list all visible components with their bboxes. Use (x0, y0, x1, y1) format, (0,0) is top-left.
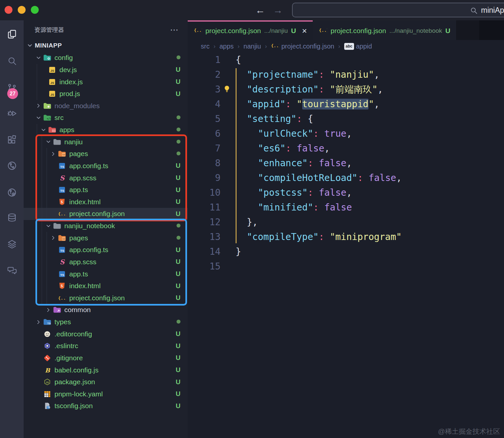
tree-item-src[interactable]: </>src (24, 112, 188, 124)
tree-item-.gitignore[interactable]: .gitignoreU (24, 352, 188, 364)
folder-node-icon (43, 102, 52, 110)
git-untracked-badge: U (176, 198, 180, 206)
tab-detail: .../nanjiu_notebook (389, 27, 442, 34)
tree-item-label: app.scss (69, 174, 176, 182)
breadcrumb-label: nanjiu (243, 43, 261, 50)
git-untracked-badge: U (176, 186, 180, 194)
tree-item-app.ts[interactable]: TSapp.tsU (24, 184, 188, 196)
activity-explorer-button[interactable] (0, 24, 24, 44)
activity-source-control-button[interactable]: 27 (0, 78, 24, 97)
tree-item-.editorconfig[interactable]: .editorconfigU (24, 328, 188, 340)
tree-item-index.html[interactable]: 5index.htmlU (24, 196, 188, 208)
git-modified-dot (177, 151, 180, 157)
watermark: @稀土掘金技术社区 (438, 427, 500, 436)
line-number: 12 (188, 217, 220, 228)
close-tab-icon[interactable]: × (302, 26, 307, 36)
activity-gitlens-inspect-button[interactable] (0, 183, 24, 202)
maximize-window-button[interactable] (31, 6, 39, 14)
tree-item-app.config.ts[interactable]: TSapp.config.tsU (24, 160, 188, 172)
vscode-window: ← → miniAp 27 资源管理器 ⋯ MINIAPP configJSde… (0, 0, 504, 438)
svg-text:5: 5 (61, 284, 63, 288)
activity-gitlens-button[interactable] (0, 156, 24, 175)
activity-comments-button[interactable] (0, 260, 24, 280)
breadcrumb-item-src[interactable]: src (201, 43, 210, 50)
tree-item-types[interactable]: TStypes (24, 316, 188, 328)
tree-item-config[interactable]: config (24, 52, 188, 64)
activity-database-button[interactable] (0, 208, 24, 227)
forward-arrow-icon[interactable]: → (273, 4, 283, 16)
gitlens-inspect-icon (7, 188, 17, 198)
breadcrumb-item-appid[interactable]: abcappid (344, 43, 372, 50)
breadcrumb-item-nanjiu[interactable]: nanjiu (243, 43, 261, 50)
chevron-down-icon (41, 127, 46, 133)
tree-item-nanjiu_notebook[interactable]: nanjiu_notebook (24, 220, 188, 232)
line-number: 4 (188, 99, 220, 110)
tree-item-dev.js[interactable]: JSdev.jsU (24, 64, 188, 76)
babel-icon: B (43, 366, 52, 374)
tree-item-babel.config.js[interactable]: Bbabel.config.jsU (24, 364, 188, 376)
minimize-window-button[interactable] (18, 6, 26, 14)
folder-apps-icon (48, 126, 56, 134)
tree-item-project.config.json[interactable]: {..}project.config.jsonU (24, 208, 188, 220)
tab-detail: .../nanjiu (264, 27, 288, 34)
activity-search-button[interactable] (0, 51, 24, 70)
js-icon: JS (48, 90, 56, 98)
tree-item-index.js[interactable]: JSindex.jsU (24, 76, 188, 88)
svg-text:TS: TS (60, 165, 64, 168)
activity-extensions-button[interactable] (0, 129, 24, 149)
folder-types-icon: TS (43, 318, 52, 326)
tree-indent-guide (47, 148, 47, 220)
line-number: 1 (188, 54, 220, 65)
tab-nanjiu[interactable]: {..}project.config.json.../nanjiuU× (188, 20, 313, 40)
tree-item-index.html[interactable]: 5index.htmlU (24, 280, 188, 292)
tree-item-package.json[interactable]: JSpackage.jsonU (24, 376, 188, 388)
tree-item-app.config.ts[interactable]: TSapp.config.tsU (24, 244, 188, 256)
tree-item-pnpm-lock.yaml[interactable]: pnpm-lock.yamlU (24, 388, 188, 400)
tree-item-pages[interactable]: <>pages (24, 232, 188, 244)
chevron-right-icon (46, 307, 51, 313)
search-icon (7, 56, 17, 66)
git-untracked-badge: U (176, 354, 180, 362)
tree-item-app.scss[interactable]: Sapp.scssU (24, 172, 188, 184)
git-modified-dot (177, 55, 180, 61)
tree-item-prod.js[interactable]: JSprod.jsU (24, 88, 188, 100)
tree-item-label: app.ts (69, 270, 176, 278)
tree-root-miniapp[interactable]: MINIAPP (24, 39, 188, 52)
git-untracked-badge: U (176, 174, 180, 182)
breadcrumb-item-apps[interactable]: apps (220, 43, 234, 50)
tree-item-tsconfig.json[interactable]: TStsconfig.jsonU (24, 400, 188, 412)
activity-layers-button[interactable] (0, 234, 24, 254)
more-actions-icon[interactable]: ⋯ (170, 25, 179, 35)
tree-item-common[interactable]: common (24, 304, 188, 316)
lightbulb-icon[interactable] (222, 85, 231, 96)
tree-item-app.scss[interactable]: Sapp.scssU (24, 256, 188, 268)
tree-item-node_modules[interactable]: node_modules (24, 100, 188, 112)
tree-item-label: app.scss (69, 258, 176, 266)
tree-indent-guide (37, 64, 37, 100)
git-untracked-badge: U (176, 258, 180, 266)
tree-item-pages[interactable]: <>pages (24, 148, 188, 160)
tree-item-app.ts[interactable]: TSapp.tsU (24, 268, 188, 280)
back-arrow-icon[interactable]: ← (255, 4, 265, 16)
scm-pending-badge: 27 (7, 88, 18, 99)
code-editor[interactable]: 1{2"projectname": "nanjiu",3"description… (188, 52, 504, 274)
activity-run-debug-button[interactable] (0, 103, 24, 123)
git-untracked-badge: U (176, 282, 180, 290)
line-number: 7 (188, 143, 220, 154)
breadcrumb-separator: › (338, 43, 340, 50)
tree-item-label: babel.config.js (54, 366, 176, 374)
line-number: 8 (188, 158, 220, 169)
tab-nanjiu_notebook[interactable]: {..}project.config.json.../nanjiu_notebo… (313, 20, 456, 40)
close-window-button[interactable] (5, 6, 12, 14)
git-untracked-badge: U (176, 402, 180, 410)
tree-item-label: index.html (69, 282, 176, 290)
command-center-search[interactable]: miniAp (292, 3, 504, 17)
tree-item-apps[interactable]: apps (24, 124, 188, 136)
svg-text:{..}: {..} (58, 296, 66, 301)
git-icon (43, 354, 52, 362)
tree-item-nanjiu[interactable]: nanjiu (24, 136, 188, 148)
tree-item-.eslintrc[interactable]: .eslintrcU (24, 340, 188, 352)
breadcrumb-item-project.config.json[interactable]: {..}project.config.json (271, 42, 334, 51)
tree-item-project.config.json[interactable]: {..}project.config.jsonU (24, 292, 188, 304)
tree-item-label: common (64, 306, 188, 314)
